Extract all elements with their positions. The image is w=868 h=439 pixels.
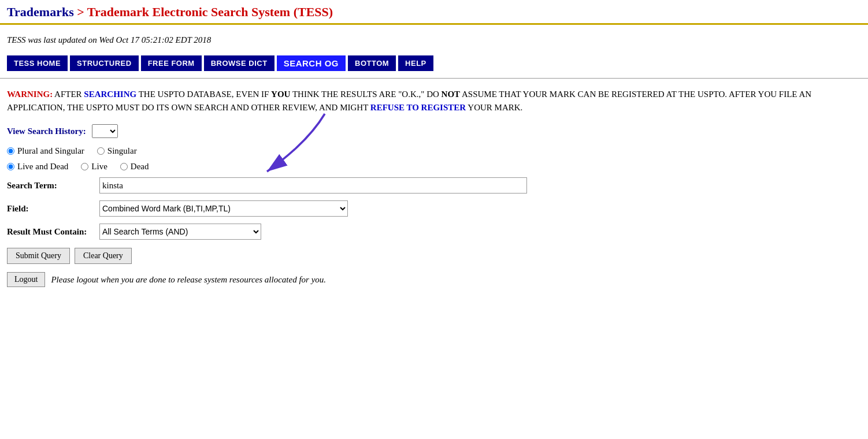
warning-text3: THINK THE RESULTS ARE "O.K.," DO [290,90,441,99]
arrow-annotation [215,108,342,183]
header-separator: > [74,5,87,19]
plural-singular-row: Plural and Singular Singular [7,146,861,156]
not-label: NOT [442,90,461,99]
help-btn[interactable]: HELP [398,55,433,71]
search-term-label: Search Term: [7,181,99,191]
plural-singular-radio[interactable] [7,147,14,155]
navigation-bar: TESS HOME STRUCTURED FREE FORM BROWSE DI… [0,51,868,79]
view-search-history-row: View Search History: [7,124,861,138]
live-dead-label: Live and Dead [17,162,68,172]
logout-button[interactable]: Logout [7,272,45,287]
singular-label: Singular [107,146,137,156]
view-search-history-label: View Search History: [7,127,86,136]
header-tess: Trademark Electronic Search System (TESS… [87,5,333,19]
plural-singular-option[interactable]: Plural and Singular [7,146,84,156]
singular-option[interactable]: Singular [97,146,137,156]
search-term-row: Search Term: [7,177,861,194]
page-header: Trademarks > Trademark Electronic Search… [0,0,868,25]
field-label: Field: [7,204,99,214]
singular-radio[interactable] [97,147,105,155]
logout-note: Please logout when you are done to relea… [51,275,326,285]
tess-home-btn[interactable]: TESS HOME [7,55,68,71]
search-og-btn[interactable]: SEARCH OG [277,55,346,71]
live-dead-option[interactable]: Live and Dead [7,162,68,172]
live-option[interactable]: Live [81,162,107,172]
warning-label: WARNING: [7,90,53,99]
result-must-contain-row: Result Must Contain: All Search Terms (A… [7,224,861,240]
submit-query-button[interactable]: Submit Query [7,248,70,264]
bottom-btn[interactable]: BOTTOM [348,55,396,71]
browse-dict-btn[interactable]: BROWSE DICT [204,55,275,71]
plural-singular-label: Plural and Singular [17,146,84,156]
result-must-contain-select[interactable]: All Search Terms (AND) Any Search Terms … [99,224,261,240]
clear-query-button[interactable]: Clear Query [75,248,132,264]
result-must-contain-label: Result Must Contain: [7,227,99,237]
structured-btn[interactable]: STRUCTURED [70,55,139,71]
free-form-btn[interactable]: FREE FORM [141,55,202,71]
dead-label: Dead [131,162,149,172]
header-trademarks: Trademarks [7,5,74,19]
logout-row: Logout Please logout when you are done t… [7,272,861,287]
live-dead-radio[interactable] [7,163,14,170]
field-row: Field: Combined Word Mark (BI,TI,MP,TL) … [7,200,861,217]
warning-text1: AFTER [53,90,84,99]
warning-section: WARNING: AFTER SEARCHING THE USPTO DATAB… [0,79,868,120]
warning-text2: THE USPTO DATABASE, EVEN IF [136,90,271,99]
warning-text5: YOUR MARK. [466,103,522,112]
search-history-select[interactable] [92,124,118,138]
live-label: Live [91,162,107,172]
tess-updated-text: TESS was last updated on Wed Oct 17 05:2… [0,25,868,51]
dead-radio[interactable] [120,163,128,170]
searching-label: SEARCHING [84,90,136,99]
dead-option[interactable]: Dead [120,162,149,172]
you-label: YOU [271,90,290,99]
search-term-input[interactable] [99,177,527,194]
refuse-label: REFUSE TO REGISTER [370,103,466,112]
search-form: View Search History: Plural and Singular… [0,120,868,296]
live-dead-row: Live and Dead Live Dead [7,162,861,172]
form-buttons-row: Submit Query Clear Query [7,248,861,264]
live-radio[interactable] [81,163,88,170]
field-select[interactable]: Combined Word Mark (BI,TI,MP,TL) Basic I… [99,200,348,217]
